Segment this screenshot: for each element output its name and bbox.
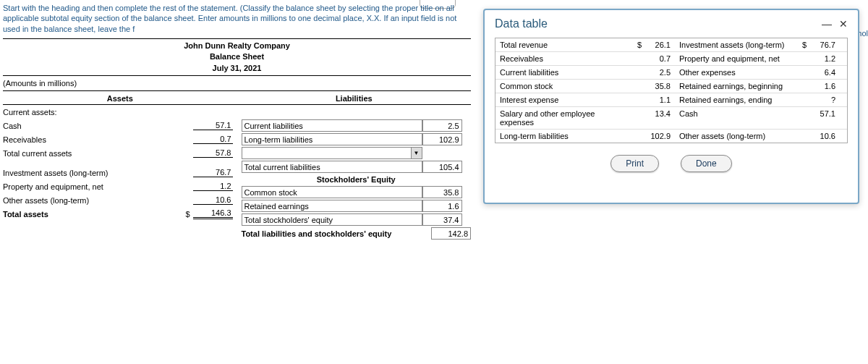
tlse-input[interactable] [431, 227, 471, 240]
cell-label-right: Investment assets (long-term) [675, 38, 798, 51]
cell-val-left: 1.1 [646, 93, 675, 106]
liabilities-column: Current liabilities Long-term liabilitie… [237, 105, 472, 240]
instructions-text: Start with the heading and then complete… [3, 3, 471, 34]
cell-label-right: Retained earnings, ending [675, 93, 798, 106]
cell-label-right: Other assets (long-term) [675, 130, 798, 143]
cash-amt: 57.1 [193, 121, 233, 130]
cell-cur-left [633, 80, 646, 93]
lt-liab-input[interactable] [422, 133, 462, 145]
cs-select-text: Common stock [244, 188, 297, 197]
tse-input[interactable] [422, 213, 462, 226]
data-table-modal: Data table — ✕ Total revenue$26.1Investm… [483, 9, 859, 204]
cell-label-right: Retained earnings, beginning [675, 80, 798, 93]
cell-label-left: Common stock [495, 80, 633, 93]
tcl-select-text: Total current liabilities [244, 163, 320, 172]
table-row: Total revenue$26.1Investment assets (lon… [495, 38, 847, 52]
current-liab-select[interactable]: Current liabilities [242, 119, 422, 132]
table-row: Interest expense1.1Retained earnings, en… [495, 93, 847, 107]
cell-cur-left [633, 93, 646, 106]
receivables-label: Receivables [3, 135, 193, 144]
current-liab-select-text: Current liabilities [244, 122, 303, 130]
cell-label-left: Long-term liabilities [495, 130, 633, 143]
cell-cur-right [798, 93, 811, 106]
cell-label-right: Property and equipment, net [675, 52, 798, 65]
modal-title: Data table [495, 17, 548, 30]
cell-cur-left [633, 130, 646, 143]
cell-val-left: 35.8 [646, 80, 675, 93]
cs-input[interactable] [422, 186, 462, 198]
table-row: Long-term liabilities102.9Other assets (… [495, 130, 847, 143]
column-headers: Assets Liabilities [3, 93, 471, 105]
table-row: Common stock35.8Retained earnings, begin… [495, 80, 847, 93]
cell-cur-right [798, 107, 811, 129]
tcl-select[interactable]: Total current liabilities [242, 161, 422, 173]
cell-val-right: 57.1 [811, 107, 840, 129]
cell-cur-right [798, 66, 811, 79]
cell-cur-left [633, 52, 646, 65]
ppe-amt: 1.2 [193, 182, 233, 191]
re-select[interactable]: Retained earnings [242, 200, 422, 212]
close-icon[interactable]: ✕ [839, 18, 848, 30]
cell-val-left: 0.7 [646, 52, 675, 65]
total-assets-label: Total assets [3, 210, 186, 219]
cell-val-left: 13.4 [646, 107, 675, 129]
cell-cur-left [633, 66, 646, 79]
other-amt: 10.6 [193, 195, 233, 205]
tcl-input[interactable] [422, 161, 462, 173]
se-header: Stockholders' Equity [242, 174, 472, 185]
cell-cur-left: $ [633, 38, 646, 51]
cell-label-left: Current liabilities [495, 66, 633, 79]
liabilities-header: Liabilities [237, 94, 472, 103]
cell-val-left: 2.5 [646, 66, 675, 79]
tse-select-text: Total stockholders' equity [244, 216, 333, 224]
cell-val-left: 26.1 [646, 38, 675, 51]
cell-val-right: 1.6 [811, 80, 840, 93]
cell-val-right: ? [811, 93, 840, 106]
cell-label-left: Salary and other employee expenses [495, 107, 633, 129]
cs-select[interactable]: Common stock [242, 186, 422, 198]
assets-column: Current assets: Cash 57.1 Receivables 0.… [3, 105, 237, 240]
inv-label: Investment assets (long-term) [3, 169, 193, 177]
statement-header: John Dunn Realty Company Balance Sheet J… [3, 41, 471, 74]
done-button[interactable]: Done [681, 155, 732, 172]
company-name: John Dunn Realty Company [3, 41, 471, 51]
other-label: Other assets (long-term) [3, 196, 193, 205]
assets-header: Assets [3, 94, 237, 103]
data-table: Total revenue$26.1Investment assets (lon… [495, 38, 848, 143]
tse-select[interactable]: Total stockholders' equity [242, 213, 422, 226]
receivables-amt: 0.7 [193, 135, 233, 144]
print-button[interactable]: Print [610, 155, 659, 172]
current-assets-label: Current assets: [3, 108, 233, 117]
tca-amt: 57.8 [193, 148, 233, 158]
blank-select[interactable]: ▼ [242, 147, 422, 159]
cell-label-left: Total revenue [495, 38, 633, 51]
total-assets-amt: 146.3 [193, 208, 233, 219]
cell-val-right: 76.7 [811, 38, 840, 51]
current-liab-input[interactable] [422, 119, 462, 132]
table-row: Current liabilities2.5Other expenses6.4 [495, 66, 847, 80]
inv-amt: 76.7 [193, 168, 233, 177]
tca-label: Total current assets [3, 149, 193, 158]
cell-cur-right [798, 130, 811, 143]
cell-cur-right: $ [798, 38, 811, 51]
statement-title: Balance Sheet [3, 51, 471, 62]
cell-label-left: Interest expense [495, 93, 633, 106]
statement-date: July 31, 2021 [3, 63, 471, 74]
cell-val-right: 6.4 [811, 66, 840, 79]
cell-label-right: Cash [675, 107, 798, 129]
minimize-icon[interactable]: — [822, 18, 832, 30]
cell-label-left: Receivables [495, 52, 633, 65]
balance-sheet-area: Start with the heading and then complete… [0, 0, 474, 243]
chevron-down-icon: ▼ [411, 148, 422, 158]
table-row: Receivables0.7Property and equipment, ne… [495, 52, 847, 66]
ppe-label: Property and equipment, net [3, 182, 193, 191]
re-select-text: Retained earnings [244, 202, 309, 211]
lt-liab-select[interactable]: Long-term liabilities [242, 133, 422, 145]
re-input[interactable] [422, 200, 462, 212]
cash-label: Cash [3, 122, 193, 130]
cell-val-right: 10.6 [811, 130, 840, 143]
tlse-label: Total liabilities and stockholders' equi… [242, 229, 432, 238]
table-row: Salary and other employee expenses13.4Ca… [495, 107, 847, 130]
total-assets-cur: $ [186, 210, 193, 219]
cell-label-right: Other expenses [675, 66, 798, 79]
